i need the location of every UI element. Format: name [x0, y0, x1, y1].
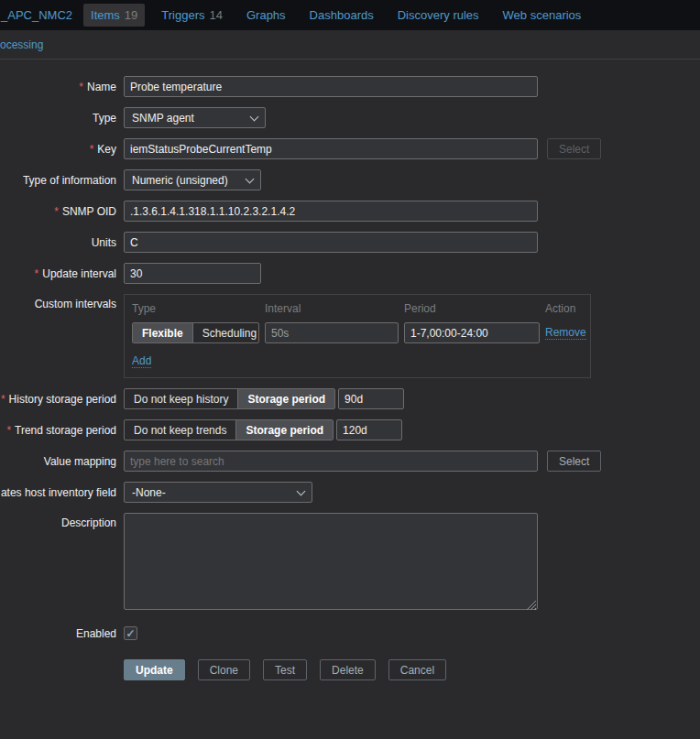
host-inventory-select[interactable]: -None-	[124, 482, 312, 503]
type-of-information-label: Type of information	[0, 169, 116, 190]
test-button[interactable]: Test	[263, 659, 307, 680]
form-tab-bar: ocessing	[0, 30, 700, 60]
do-not-keep-trends-option[interactable]: Do not keep trends	[125, 420, 235, 440]
do-not-keep-history-option[interactable]: Do not keep history	[125, 389, 237, 408]
custom-intervals-header: Type Interval Period Action	[132, 302, 581, 315]
tab-dashboards-label: Dashboards	[310, 8, 374, 22]
delete-button[interactable]: Delete	[320, 659, 376, 680]
tab-triggers[interactable]: Triggers 14	[154, 4, 230, 27]
remove-link[interactable]: Remove	[545, 326, 586, 340]
tab-graphs-label: Graphs	[246, 8, 286, 22]
cancel-button[interactable]: Cancel	[388, 659, 446, 680]
check-icon: ✓	[126, 628, 135, 639]
update-button[interactable]: Update	[124, 659, 185, 680]
column-type: Type	[132, 302, 259, 315]
custom-intervals-label: Custom intervals	[0, 294, 116, 310]
required-asterisk: *	[1, 393, 5, 406]
key-input[interactable]	[124, 138, 538, 159]
type-of-information-value: Numeric (unsigned)	[132, 174, 228, 187]
required-asterisk: *	[35, 267, 39, 280]
chevron-down-icon	[250, 112, 259, 121]
value-mapping-input[interactable]	[124, 451, 538, 472]
history-storage-input[interactable]	[338, 388, 404, 409]
form-footer: Update Clone Test Delete Cancel	[124, 659, 700, 680]
trend-storage-label: * Trend storage period	[0, 419, 116, 440]
column-interval: Interval	[265, 302, 399, 315]
history-storage-period-option[interactable]: Storage period	[237, 389, 334, 408]
type-of-information-select[interactable]: Numeric (unsigned)	[124, 169, 261, 190]
required-asterisk: *	[54, 205, 59, 218]
flexible-option[interactable]: Flexible	[133, 323, 192, 342]
description-textarea[interactable]	[124, 513, 538, 610]
tab-web-scenarios[interactable]: Web scenarios	[496, 4, 589, 27]
tab-items-count: 19	[125, 8, 137, 22]
required-asterisk: *	[6, 424, 11, 437]
host-link[interactable]: _APC_NMC2	[1, 8, 72, 22]
column-action: Action	[545, 302, 581, 315]
history-storage-label: * History storage period	[0, 388, 116, 409]
tab-triggers-count: 14	[210, 8, 223, 22]
item-form: * Name Type SNMP agent * Key Select Type…	[0, 60, 700, 680]
snmp-oid-label: * SNMP OID	[0, 201, 116, 222]
trend-storage-input[interactable]	[336, 419, 402, 440]
period-input[interactable]	[404, 322, 540, 343]
tab-discovery-rules-label: Discovery rules	[398, 8, 479, 22]
type-label: Type	[0, 107, 116, 128]
required-asterisk: *	[79, 81, 83, 93]
chevron-down-icon	[246, 174, 255, 183]
trend-storage-period-option[interactable]: Storage period	[235, 420, 333, 440]
type-select[interactable]: SNMP agent	[124, 107, 266, 128]
value-mapping-select-button[interactable]: Select	[547, 451, 601, 472]
custom-intervals-box: Type Interval Period Action Flexible Sch…	[124, 294, 591, 378]
description-label: Description	[0, 513, 116, 529]
trend-storage-segmented: Do not keep trends Storage period	[124, 419, 334, 440]
tab-triggers-label: Triggers	[161, 8, 204, 22]
custom-interval-row: Flexible Scheduling Remove	[132, 322, 581, 343]
chevron-down-icon	[297, 486, 306, 495]
tab-graphs[interactable]: Graphs	[239, 4, 293, 27]
units-input[interactable]	[124, 232, 538, 253]
host-inventory-label: ates host inventory field	[0, 482, 116, 503]
tab-discovery-rules[interactable]: Discovery rules	[390, 4, 487, 27]
snmp-oid-input[interactable]	[124, 201, 538, 222]
top-navigation: _APC_NMC2 Items 19 Triggers 14 Graphs Da…	[0, 0, 700, 30]
interval-input[interactable]	[265, 322, 399, 343]
enabled-label: Enabled	[0, 623, 116, 644]
type-select-value: SNMP agent	[132, 112, 194, 125]
value-mapping-label: Value mapping	[0, 451, 116, 472]
add-link[interactable]: Add	[132, 354, 151, 368]
interval-type-segmented: Flexible Scheduling	[132, 322, 259, 343]
tab-web-scenarios-label: Web scenarios	[503, 8, 582, 22]
key-select-button: Select	[547, 138, 601, 159]
name-label: * Name	[0, 76, 116, 97]
scheduling-option[interactable]: Scheduling	[192, 323, 259, 342]
clone-button[interactable]: Clone	[198, 659, 250, 680]
tab-items-label: Items	[91, 8, 120, 22]
key-label: * Key	[0, 138, 116, 159]
tab-dashboards[interactable]: Dashboards	[302, 4, 381, 27]
tab-preprocessing-partial[interactable]: ocessing	[0, 38, 43, 51]
required-asterisk: *	[90, 143, 94, 156]
name-input[interactable]	[124, 76, 538, 97]
column-period: Period	[404, 302, 540, 315]
history-storage-segmented: Do not keep history Storage period	[124, 388, 335, 409]
update-interval-input[interactable]	[124, 263, 261, 284]
host-inventory-value: -None-	[132, 486, 166, 499]
enabled-checkbox[interactable]: ✓	[124, 626, 137, 640]
units-label: Units	[0, 232, 116, 253]
tab-items[interactable]: Items 19	[83, 4, 145, 27]
update-interval-label: * Update interval	[0, 263, 116, 284]
